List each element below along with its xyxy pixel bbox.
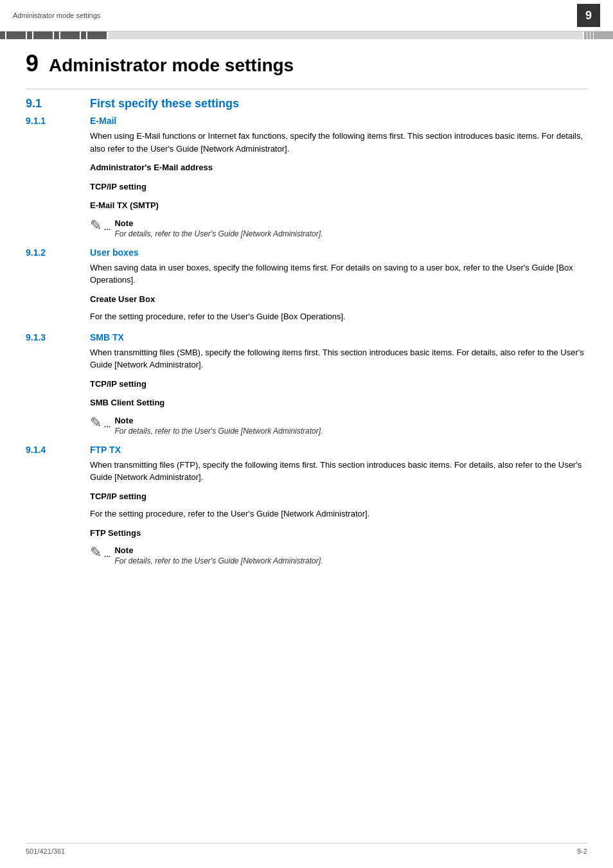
note-block-9-1-4: ✎ ... Note For details, refer to the Use… [90, 545, 587, 565]
item-create-user-box: Create User Box [90, 293, 587, 306]
header-title: Administrator mode settings [13, 12, 100, 19]
section-9-1-1-header: 9.1.1 E-Mail [26, 116, 587, 126]
section-9-1-1-number: 9.1.1 [26, 116, 90, 126]
section-9-1-number: 9.1 [26, 97, 90, 111]
page-footer: 501/421/361 9-2 [26, 843, 587, 855]
note-icon-9-1-3: ✎ ... [90, 416, 111, 430]
chapter-heading: 9 Administrator mode settings [26, 52, 587, 76]
note-icon-9-1-1: ✎ ... [90, 218, 111, 233]
note-text-9-1-1: For details, refer to the User's Guide [… [114, 229, 323, 238]
section-9-1-1-title: E-Mail [90, 116, 116, 126]
section-9-1-2-header: 9.1.2 User boxes [26, 247, 587, 258]
footer-right: 9-2 [577, 847, 587, 855]
section-9-1-3-title: SMB TX [90, 332, 124, 342]
decorative-bar [0, 31, 613, 39]
section-9-1-3: 9.1.3 SMB TX When transmitting files (SM… [26, 332, 587, 436]
section-9-1-4-number: 9.1.4 [26, 445, 90, 455]
chapter-number: 9 [26, 52, 39, 75]
section-9-1-4-title: FTP TX [90, 445, 121, 455]
note-icon-9-1-4: ✎ ... [90, 545, 111, 560]
item-tcpip-2: TCP/IP setting [90, 378, 587, 391]
note-content-9-1-4: Note For details, refer to the User's Gu… [114, 545, 323, 565]
section-9-1-4-body: When transmitting files (FTP), specify t… [90, 459, 587, 566]
item-tcpip-3: TCP/IP setting [90, 490, 587, 503]
page-badge: 9 [577, 4, 600, 27]
page-header: Administrator mode settings 9 [0, 0, 613, 31]
section-9-1-title: First specify these settings [90, 97, 239, 111]
note-text-9-1-4: For details, refer to the User's Guide [… [114, 556, 323, 565]
note-title-9-1-1: Note [114, 218, 323, 228]
section-9-1-2-number: 9.1.2 [26, 247, 90, 258]
section-9-1-2-intro: When saving data in user boxes, specify … [90, 261, 587, 287]
section-9-1-1: 9.1.1 E-Mail When using E-Mail functions… [26, 116, 587, 238]
section-9-1-3-body: When transmitting files (SMB), specify t… [90, 346, 587, 436]
section-9-1-4-header: 9.1.4 FTP TX [26, 445, 587, 455]
item-smb-client: SMB Client Setting [90, 396, 587, 409]
section-9-1-3-intro: When transmitting files (SMB), specify t… [90, 346, 587, 371]
section-9-1-2-sub-body: For the setting procedure, refer to the … [90, 310, 587, 323]
note-content-9-1-1: Note For details, refer to the User's Gu… [114, 218, 323, 238]
note-block-9-1-1: ✎ ... Note For details, refer to the Use… [90, 218, 587, 238]
section-9-1-3-header: 9.1.3 SMB TX [26, 332, 587, 342]
main-content: 9 Administrator mode settings 9.1 First … [0, 39, 613, 600]
footer-left: 501/421/361 [26, 847, 65, 855]
note-text-9-1-3: For details, refer to the User's Guide [… [114, 427, 323, 436]
section-9-1-2: 9.1.2 User boxes When saving data in use… [26, 247, 587, 323]
section-9-1-1-body: When using E-Mail functions or Internet … [90, 130, 587, 238]
note-block-9-1-3: ✎ ... Note For details, refer to the Use… [90, 416, 587, 436]
item-admin-email: Administrator's E-Mail address [90, 161, 587, 174]
item-ftp-settings: FTP Settings [90, 527, 587, 540]
chapter-divider [26, 89, 587, 89]
note-title-9-1-3: Note [114, 416, 323, 425]
note-content-9-1-3: Note For details, refer to the User's Gu… [114, 416, 323, 436]
section-9-1-1-intro: When using E-Mail functions or Internet … [90, 130, 587, 155]
section-9-1-header: 9.1 First specify these settings [26, 97, 587, 111]
section-9-1-2-title: User boxes [90, 247, 138, 258]
section-9-1-4-tcp-body: For the setting procedure, refer to the … [90, 508, 587, 520]
item-tcpip-1: TCP/IP setting [90, 181, 587, 193]
section-9-1-4-intro: When transmitting files (FTP), specify t… [90, 459, 587, 484]
chapter-title: Administrator mode settings [49, 55, 294, 76]
note-title-9-1-4: Note [114, 545, 323, 555]
section-9-1-3-number: 9.1.3 [26, 332, 90, 342]
section-9-1-2-body: When saving data in user boxes, specify … [90, 261, 587, 323]
section-9-1-4: 9.1.4 FTP TX When transmitting files (FT… [26, 445, 587, 566]
item-email-tx: E-Mail TX (SMTP) [90, 199, 587, 212]
